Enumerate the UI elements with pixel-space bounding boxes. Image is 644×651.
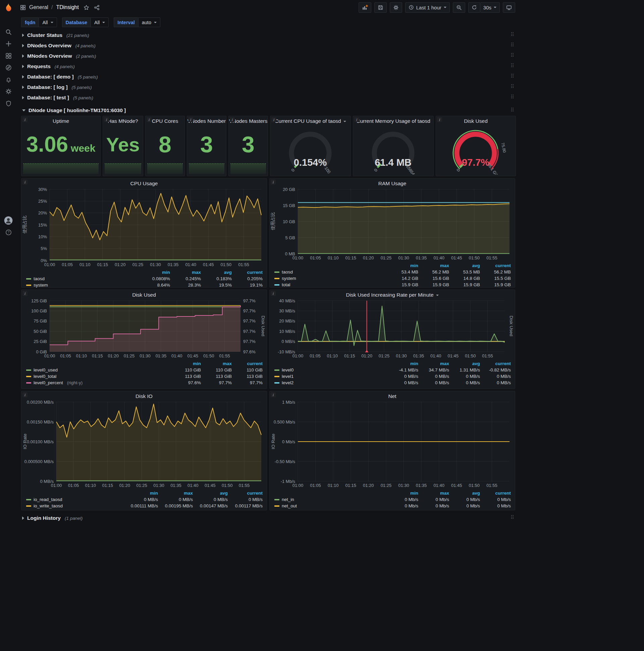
legend-column-header: min [387, 491, 418, 496]
legend-series-name[interactable]: taosd [26, 276, 139, 281]
configuration-gear-icon[interactable] [0, 86, 17, 97]
dashboard-row[interactable]: Cluster Status(21 panels)⠿ [21, 30, 517, 40]
legend-column-header: avg [449, 263, 480, 268]
row-drag-handle[interactable]: ⠿ [511, 52, 515, 58]
panel-title[interactable]: Disk Used [22, 290, 267, 299]
help-icon[interactable]: ? [0, 226, 17, 238]
row-drag-handle[interactable]: ⠿ [511, 107, 515, 113]
dashboards-icon[interactable] [0, 50, 17, 61]
refresh-interval-dropdown[interactable]: 30s [480, 2, 500, 13]
kiosk-mode-button[interactable] [503, 2, 515, 13]
panel-info-icon[interactable]: i [354, 117, 359, 122]
gauge-value: 97.7% [462, 157, 489, 168]
panel-info-icon[interactable]: i [147, 117, 152, 122]
star-icon[interactable] [84, 5, 89, 10]
variable-value-dropdown[interactable]: All [39, 18, 57, 27]
panel-info-icon[interactable]: i [23, 392, 28, 397]
panel-title[interactable]: Net [270, 391, 515, 400]
legend-value: 0.00195 MB/s [158, 503, 193, 508]
row-drag-handle[interactable]: ⠿ [511, 84, 515, 90]
dashboard-row[interactable]: Database: [ log ](5 panels)⠿ [21, 82, 517, 92]
legend-series-name[interactable]: net_in [275, 497, 387, 502]
panel-title[interactable]: Current CPU Usage of taosd [270, 116, 351, 125]
legend-series-name[interactable]: io_read_taosd [26, 497, 123, 502]
save-dashboard-button[interactable] [374, 2, 387, 13]
legend-series-name[interactable]: system [275, 276, 387, 281]
dashboard-row[interactable]: MNodes Overview(2 panels)⠿ [21, 51, 517, 61]
panel-title[interactable]: Uptime [22, 116, 100, 125]
chart-disk_used[interactable]: 01:0001:0501:1001:1501:2001:2501:3001:35… [22, 299, 267, 359]
legend-series-name[interactable]: level0_total [26, 374, 170, 379]
legend-series-name[interactable]: system [26, 283, 139, 287]
legend-series-name[interactable]: net_out [275, 503, 387, 508]
alerting-bell-icon[interactable] [0, 74, 17, 85]
breadcrumb-section[interactable]: General [29, 4, 48, 10]
panel-info-icon[interactable]: i [23, 180, 28, 185]
row-drag-handle[interactable]: ⠿ [511, 94, 515, 100]
row-drag-handle[interactable]: ⠿ [511, 32, 515, 38]
panel-info-icon[interactable]: i [271, 180, 276, 185]
dashboard-row[interactable]: Database: [ demo ](5 panels)⠿ [21, 72, 517, 82]
gauge-value: 0.154% [294, 157, 327, 168]
legend-series-name[interactable]: level0_used [26, 367, 170, 372]
panel-info-icon[interactable]: i [271, 392, 276, 397]
refresh-button[interactable] [468, 2, 480, 13]
row-drag-handle[interactable]: ⠿ [511, 63, 515, 69]
add-panel-button[interactable] [359, 2, 371, 13]
row-drag-handle[interactable]: ⠿ [511, 73, 515, 79]
admin-shield-icon[interactable] [0, 98, 17, 109]
dashboard-row[interactable]: Requests(4 panels)⠿ [21, 61, 517, 71]
dashboard-row[interactable]: Database: [ test ](5 panels)⠿ [21, 93, 517, 103]
chart-cpu_usage[interactable]: 01:0001:0501:1001:1501:2001:2501:3001:35… [22, 187, 267, 267]
panel-title[interactable]: Disk IO [22, 391, 267, 400]
legend-series-name[interactable]: level1 [275, 374, 387, 379]
legend-value: 15.9 GB [480, 282, 511, 287]
legend-series-name[interactable]: level0_percent(right-y) [26, 380, 170, 385]
panel-info-icon[interactable]: i [23, 117, 28, 122]
legend-series-name[interactable]: taosd [275, 270, 387, 275]
legend-series-name[interactable]: total [275, 282, 387, 287]
grafana-logo[interactable] [3, 3, 13, 13]
legend-series-name[interactable]: level2 [275, 380, 387, 385]
svg-text:0: 0 [290, 168, 295, 173]
panel-info-icon[interactable]: i [271, 291, 276, 296]
chart-disk_io[interactable]: 01:0001:0501:1001:1501:2001:2501:3001:35… [22, 400, 267, 488]
chart-net[interactable]: 01:0001:0501:1001:1501:2001:2501:3001:35… [270, 400, 515, 488]
legend-value: 1.31 MB/s [449, 367, 480, 372]
svg-text:0 Mb/s: 0 Mb/s [282, 439, 295, 444]
legend-column-header: avg [449, 361, 480, 366]
search-icon[interactable] [0, 26, 17, 38]
dashboard-row[interactable]: DNodes Overview(4 panels)⠿ [21, 41, 517, 51]
legend-series-name[interactable]: level0 [275, 367, 387, 372]
variable-value-dropdown[interactable]: All [91, 18, 109, 27]
panel-title[interactable]: Disk Used [436, 116, 516, 125]
legend-series-name[interactable]: io_write_taosd [26, 503, 123, 508]
panel-title[interactable]: RAM Usage [270, 179, 515, 187]
chart-disk_rate[interactable]: 01:0001:0501:1001:1501:2001:2501:3001:35… [270, 299, 515, 359]
breadcrumb-page[interactable]: TDinsight [56, 4, 79, 10]
panel-title[interactable]: Disk Used Increasing Rate per Minute [270, 290, 515, 299]
panel-info-icon[interactable]: i [188, 117, 193, 122]
panel-info-icon[interactable]: i [271, 117, 277, 122]
panel-info-icon[interactable]: i [230, 117, 235, 122]
legend-value: 56.2 MB [480, 270, 511, 275]
dashboard-settings-button[interactable] [390, 2, 402, 13]
dashboard-row[interactable]: Login History(1 panel)⠿ [21, 513, 517, 523]
dashboard-row[interactable]: DNode Usage [ huolinhe-TM1701:6030 ]⠿ [21, 106, 517, 115]
explore-compass-icon[interactable] [0, 62, 17, 73]
variable-value-dropdown[interactable]: auto [138, 18, 160, 27]
row-drag-handle[interactable]: ⠿ [511, 515, 515, 521]
row-drag-handle[interactable]: ⠿ [511, 42, 515, 48]
panel-title[interactable]: CPU Usage [22, 179, 267, 187]
panel-title[interactable]: Current Memory Usage of taosd [353, 116, 433, 125]
create-plus-icon[interactable] [0, 38, 17, 49]
panel-info-icon[interactable]: i [437, 117, 442, 122]
share-icon[interactable] [94, 5, 100, 10]
panel-info-icon[interactable]: i [23, 291, 28, 296]
time-range-button[interactable]: Last 1 hour [405, 2, 450, 13]
svg-text:-0.50 Mb/s: -0.50 Mb/s [275, 459, 295, 464]
zoom-out-button[interactable] [453, 2, 465, 13]
panel-info-icon[interactable]: i [104, 117, 109, 122]
chart-ram_usage[interactable]: 01:0001:0501:1001:1501:2001:2501:3001:35… [270, 187, 515, 260]
avatar[interactable] [0, 215, 17, 226]
